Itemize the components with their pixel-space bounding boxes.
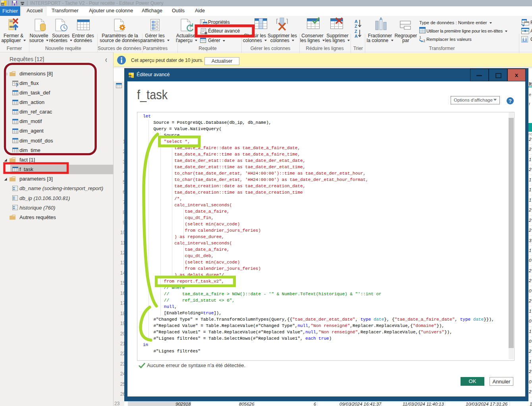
svg-text:Z: Z: [355, 29, 357, 34]
svg-text:?: ?: [15, 83, 19, 88]
svg-text:1: 1: [419, 35, 421, 39]
svg-text:?: ?: [509, 98, 512, 104]
svg-text:Z: Z: [355, 24, 357, 29]
svg-text:RS: RS: [129, 75, 132, 78]
svg-text:2: 2: [423, 39, 425, 43]
svg-text:RS: RS: [2, 3, 5, 6]
svg-text:A: A: [355, 19, 358, 24]
svg-text:A: A: [355, 34, 358, 38]
